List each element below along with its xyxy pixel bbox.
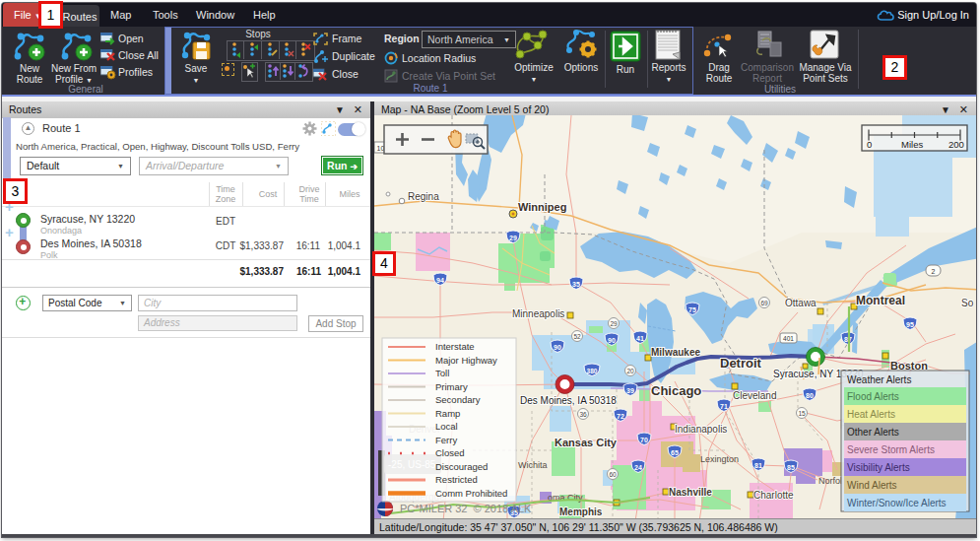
svg-text:380: 380 [587,368,598,374]
svg-text:Primary: Primary [435,381,468,392]
svg-text:70: 70 [640,437,648,443]
svg-text:PC*MILER 32 © 2018 ALK: PC*MILER 32 © 2018 ALK [400,503,532,514]
svg-text:Other Alerts: Other Alerts [847,427,899,438]
svg-text:Restricted: Restricted [435,474,478,485]
svg-text:Memphis: Memphis [559,507,603,517]
svg-text:Flood Alerts: Flood Alerts [847,391,899,402]
svg-text:Kansas City: Kansas City [555,437,618,448]
svg-text:Wichita: Wichita [518,460,548,470]
svg-text:Charlotte: Charlotte [753,490,794,501]
svg-text:85: 85 [787,464,795,471]
svg-text:Cleveland: Cleveland [733,390,776,401]
svg-text:15: 15 [798,410,806,417]
svg-text:75: 75 [688,306,696,313]
svg-text:Wind Alerts: Wind Alerts [847,480,897,491]
svg-text:Lexington: Lexington [700,454,739,464]
svg-text:Regina: Regina [408,191,439,202]
svg-text:41: 41 [636,335,644,342]
svg-text:Visibility Alerts: Visibility Alerts [847,462,910,473]
svg-text:90: 90 [554,344,561,351]
svg-text:Indianapolis: Indianapolis [675,424,727,435]
svg-text:Minneapolis: Minneapolis [512,308,564,319]
svg-text:39: 39 [626,387,634,394]
svg-text:Winter/Snow/Ice Alerts: Winter/Snow/Ice Alerts [847,498,947,508]
svg-text:Interstate: Interstate [435,341,475,352]
svg-text:Severe Storm Alerts: Severe Storm Alerts [847,444,935,455]
svg-text:Discouraged: Discouraged [435,461,488,472]
svg-text:Chicago: Chicago [651,383,701,398]
svg-text:So: So [961,298,974,308]
svg-text:80: 80 [806,392,814,399]
svg-text:Heat Alerts: Heat Alerts [847,409,895,420]
svg-text:Detroit: Detroit [720,356,762,371]
svg-text:Boston: Boston [890,360,928,372]
svg-text:Montreal: Montreal [856,294,905,307]
svg-text:200: 200 [948,139,964,150]
svg-text:Toll: Toll [435,368,449,378]
svg-text:72: 72 [617,413,624,420]
svg-text:95: 95 [906,321,914,328]
svg-text:0: 0 [867,139,872,150]
svg-text:Major Highway: Major Highway [435,355,497,366]
svg-text:Ferry: Ferry [435,435,457,445]
svg-text:35: 35 [572,281,580,288]
svg-text:20: 20 [626,368,634,374]
svg-text:52: 52 [573,333,581,340]
svg-text:Winnipeg: Winnipeg [518,201,566,213]
svg-text:Milwaukee: Milwaukee [651,347,700,358]
svg-text:Closed: Closed [435,447,465,458]
svg-text:Des Moines, IA 50318: Des Moines, IA 50318 [520,395,617,406]
svg-text:24: 24 [634,464,642,471]
svg-text:Ramp: Ramp [435,408,460,419]
svg-text:36: 36 [579,411,587,418]
svg-text:65: 65 [671,449,679,456]
svg-text:2: 2 [932,268,936,275]
svg-text:Local: Local [435,421,458,432]
svg-text:71: 71 [720,403,728,410]
svg-text:Miles: Miles [901,139,923,150]
svg-text:Ottawa: Ottawa [785,298,817,308]
svg-text:Comm Prohibited: Comm Prohibited [435,488,507,499]
svg-text:401: 401 [783,335,794,342]
svg-text:60: 60 [609,471,617,478]
svg-text:Nashville: Nashville [669,487,712,498]
svg-text:29: 29 [610,320,618,327]
svg-text:Weather Alerts: Weather Alerts [847,374,911,385]
svg-text:94: 94 [436,277,444,284]
svg-text:90: 90 [608,337,616,344]
svg-text:Norfol: Norfol [818,476,842,486]
svg-text:Secondary: Secondary [435,394,481,405]
svg-text:29: 29 [509,235,517,241]
svg-text:81: 81 [754,462,762,469]
svg-text:69: 69 [760,300,768,306]
